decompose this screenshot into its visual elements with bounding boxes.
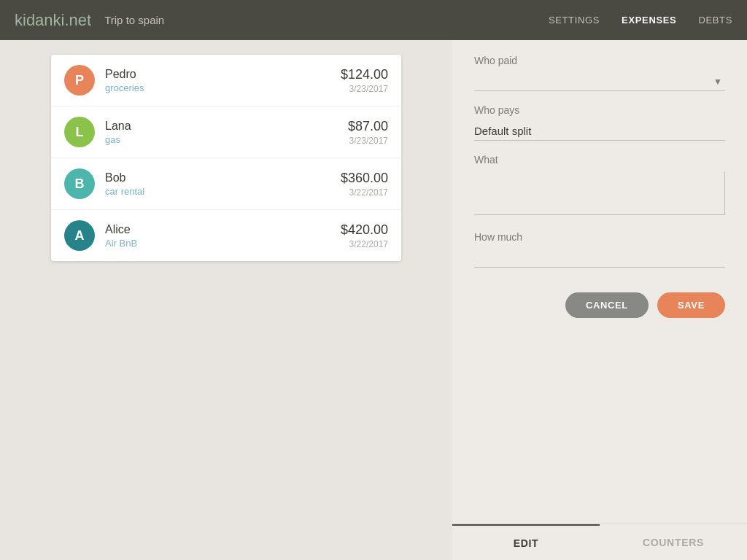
- right-panel: Who paid Pedro Lana Bob Alice ▼ Who pays…: [452, 40, 747, 560]
- trip-name: Trip to spain: [104, 14, 164, 26]
- how-much-input[interactable]: [474, 249, 725, 268]
- nav-expenses[interactable]: EXPENSES: [622, 15, 676, 26]
- expense-date: 3/22/2017: [341, 187, 388, 198]
- table-row[interactable]: P Pedro groceries $124.00 3/23/2017: [51, 55, 401, 106]
- expense-info: Alice Air BnB: [105, 223, 341, 249]
- nav-debts[interactable]: DEBTS: [698, 15, 732, 26]
- left-panel: P Pedro groceries $124.00 3/23/2017 L La…: [0, 40, 452, 560]
- expense-amount-block: $87.00 3/23/2017: [348, 119, 388, 146]
- who-paid-select-wrapper: Pedro Lana Bob Alice ▼: [474, 72, 725, 91]
- expense-category: groceries: [105, 82, 341, 93]
- cancel-button[interactable]: CANCEL: [565, 292, 649, 318]
- what-section: What: [474, 154, 725, 218]
- main-content: P Pedro groceries $124.00 3/23/2017 L La…: [0, 40, 747, 560]
- expense-date: 3/22/2017: [341, 239, 388, 249]
- who-paid-label: Who paid: [474, 55, 725, 66]
- expense-date: 3/23/2017: [341, 84, 388, 94]
- expense-info: Lana gas: [105, 120, 348, 145]
- expense-amount: $360.00: [341, 171, 388, 186]
- expense-amount: $124.00: [341, 67, 388, 82]
- table-row[interactable]: L Lana gas $87.00 3/23/2017: [51, 106, 401, 158]
- who-paid-select[interactable]: Pedro Lana Bob Alice: [474, 72, 725, 91]
- expense-category: gas: [105, 134, 348, 145]
- how-much-section: How much: [474, 231, 725, 268]
- expense-category: Air BnB: [105, 238, 341, 249]
- expense-person-name: Alice: [105, 223, 341, 236]
- expense-amount-block: $420.00 3/22/2017: [341, 222, 388, 249]
- expense-amount-block: $360.00 3/22/2017: [341, 171, 388, 198]
- avatar: P: [64, 65, 95, 96]
- tab-edit[interactable]: EDIT: [452, 524, 600, 560]
- nav-settings[interactable]: SETTINGS: [549, 15, 600, 26]
- logo-ext: .net: [64, 11, 91, 29]
- who-paid-section: Who paid Pedro Lana Bob Alice ▼: [474, 55, 725, 91]
- navigation: SETTINGS EXPENSES DEBTS: [549, 15, 732, 26]
- expense-amount: $420.00: [341, 222, 388, 238]
- expense-amount-block: $124.00 3/23/2017: [341, 67, 388, 94]
- who-pays-section: Who pays Default split: [474, 104, 725, 141]
- save-button[interactable]: SAVE: [657, 292, 725, 318]
- logo: kidanki.net: [15, 11, 91, 30]
- expense-person-name: Lana: [105, 120, 348, 133]
- expense-info: Bob car rental: [105, 171, 341, 197]
- tab-counters[interactable]: COUNTERS: [600, 524, 747, 560]
- avatar: B: [64, 168, 95, 199]
- avatar: A: [64, 220, 95, 251]
- logo-main: kidanki: [15, 11, 64, 29]
- expenses-list: P Pedro groceries $124.00 3/23/2017 L La…: [51, 55, 401, 261]
- expense-person-name: Pedro: [105, 68, 341, 81]
- expense-info: Pedro groceries: [105, 68, 341, 93]
- buttons-row: CANCEL SAVE: [474, 292, 725, 318]
- who-pays-value: Default split: [474, 122, 725, 141]
- table-row[interactable]: A Alice Air BnB $420.00 3/22/2017: [51, 210, 401, 261]
- bottom-tabs: EDIT COUNTERS: [452, 524, 747, 560]
- what-label: What: [474, 154, 725, 166]
- expense-date: 3/23/2017: [348, 136, 388, 146]
- what-input[interactable]: [474, 171, 725, 215]
- expense-amount: $87.00: [348, 119, 388, 134]
- expense-category: car rental: [105, 186, 341, 197]
- avatar: L: [64, 117, 95, 147]
- expense-person-name: Bob: [105, 171, 341, 184]
- who-pays-label: Who pays: [474, 104, 725, 116]
- table-row[interactable]: B Bob car rental $360.00 3/22/2017: [51, 158, 401, 210]
- header: kidanki.net Trip to spain SETTINGS EXPEN…: [0, 0, 747, 40]
- how-much-label: How much: [474, 231, 725, 243]
